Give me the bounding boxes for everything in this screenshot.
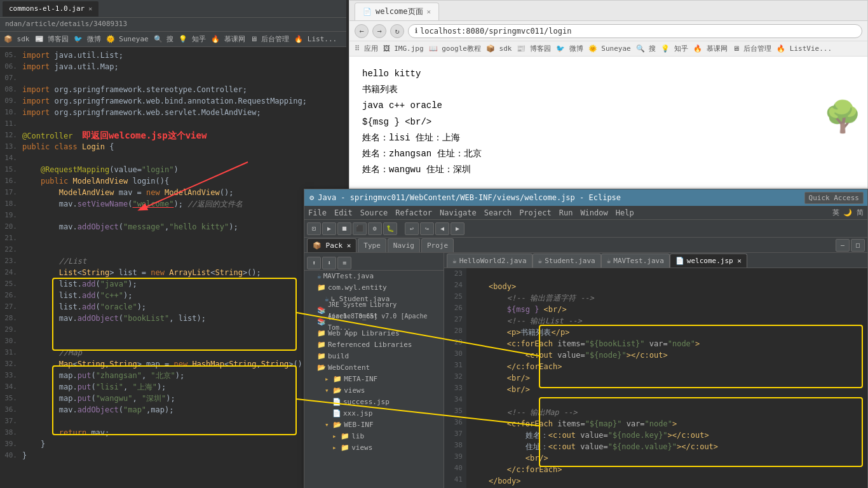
folder-lib-icon: ▸ 📁: [332, 431, 349, 442]
tree-metainf[interactable]: ▸ 📁 META-INF: [304, 374, 444, 385]
menu-edit[interactable]: Edit: [334, 208, 353, 217]
tree-tomcat[interactable]: 📚 Apache Tomcat v7.0 [Apache Tom...: [304, 316, 444, 328]
menu-help[interactable]: Help: [616, 208, 634, 217]
tb-btn-8[interactable]: ↪: [420, 222, 434, 235]
tb-btn-6[interactable]: 🐛: [383, 222, 397, 235]
bm-list[interactable]: 🔥 ListVie...: [776, 44, 832, 53]
code-line-13: 13. public class Login {: [0, 141, 346, 152]
folder-webinf-icon: ▾ 📂: [325, 419, 342, 431]
tree-views[interactable]: ▾ 📂 views: [304, 385, 444, 396]
folder-tomcat-icon: 📚: [317, 316, 326, 328]
bookmark-list[interactable]: 🔥 List...: [294, 35, 337, 43]
bm-weibo[interactable]: 🐦 微博: [556, 44, 583, 53]
bm-search[interactable]: 🔍 搜: [636, 44, 656, 53]
bm-blog[interactable]: 📰 博客园: [517, 44, 551, 53]
tab-close-icon[interactable]: ✕: [88, 5, 92, 12]
bookmark-weibo[interactable]: 🐦 微博: [74, 34, 101, 44]
tb-btn-4[interactable]: ⬛: [353, 222, 367, 235]
bookmark-blog[interactable]: 📰 博客园: [35, 34, 69, 44]
bm-sdk[interactable]: 📦 sdk: [486, 44, 512, 53]
tree-tb-2[interactable]: ⬇: [322, 257, 336, 269]
tb-btn-7[interactable]: ↩: [405, 222, 419, 235]
folder-reflibs-icon: 📁: [317, 339, 326, 351]
address-bar[interactable]: ℹ localhost:8080/springmvc011/login: [408, 24, 862, 38]
bm-google[interactable]: 📖 google教程: [429, 44, 481, 53]
eclipse-title: Java - springmvc011/WebContent/WEB-INF/v…: [318, 193, 621, 202]
menu-run[interactable]: Run: [559, 208, 573, 217]
code-line-18: 18. mav.setViewName("welcome"); //返回的文件名: [0, 198, 346, 210]
jsp-success-icon: 📄: [332, 396, 341, 408]
tab-student[interactable]: ☕ Student.java: [532, 254, 601, 268]
menu-navigate[interactable]: Navigate: [440, 208, 477, 217]
bm-apps[interactable]: ⠿ 应用: [355, 44, 378, 53]
ec-line-30: <c:out value="${node}"></c:out>: [470, 349, 864, 361]
content-javacpp: java c++ oracle: [362, 98, 855, 114]
tree-xxx-jsp[interactable]: 📄 xxx.jsp: [304, 408, 444, 419]
folder-jre-icon: 📚: [317, 305, 326, 316]
bm-admin[interactable]: 🖥 后台管理: [733, 44, 772, 53]
browser-tab-close-icon[interactable]: ✕: [427, 8, 431, 16]
quick-access-input[interactable]: Quick Access: [804, 192, 864, 204]
tree-webinf[interactable]: ▾ 📂 WEB-INF: [304, 419, 444, 431]
content-lisi: 姓名：lisi 住址：上海: [362, 130, 855, 146]
bookmark-suneyae[interactable]: 🌞 Suneyae: [106, 35, 149, 43]
bookmark-mooc[interactable]: 🔥 慕课网: [211, 34, 245, 44]
tb-btn-9[interactable]: ◀: [435, 222, 449, 235]
panel-tab-proje[interactable]: Proje: [421, 238, 454, 252]
tree-success-jsp[interactable]: 📄 success.jsp: [304, 396, 444, 408]
ec-line-40: </c:forEach>: [470, 464, 864, 475]
tree-webcontent[interactable]: 📂 WebContent: [304, 362, 444, 374]
back-button[interactable]: ←: [355, 24, 369, 38]
bm-img[interactable]: 🖼 IMG.jpg: [383, 44, 424, 53]
tab-welcome-jsp[interactable]: 📄 welcome.jsp ✕: [670, 254, 747, 268]
tree-reflibs[interactable]: 📁 Referenced Libraries: [304, 339, 444, 351]
panel-minimize[interactable]: —: [836, 239, 850, 252]
bm-mooc[interactable]: 🔥 慕课网: [693, 44, 728, 53]
forward-button[interactable]: →: [372, 24, 386, 38]
browser-nav-bar: ← → ↻ ℹ localhost:8080/springmvc011/logi…: [349, 21, 867, 41]
menu-search[interactable]: Search: [484, 208, 512, 217]
refresh-button[interactable]: ↻: [390, 24, 404, 38]
tree-mavtest[interactable]: ☕ MAVTest.java: [304, 271, 444, 282]
jsp-xxx-icon: 📄: [332, 408, 341, 419]
tree-lib[interactable]: ▸ 📁 lib: [304, 431, 444, 442]
tb-btn-1[interactable]: ⊡: [307, 222, 321, 235]
panel-maximize[interactable]: □: [851, 239, 865, 252]
url-text: localhost:8080/springmvc011/login: [420, 27, 571, 36]
tree-views2[interactable]: ▸ 📁 views: [304, 442, 444, 454]
panel-tabs-bar: 📦 Pack ✕ Type Navig Proje — □: [304, 238, 867, 253]
tb-btn-5[interactable]: ⚙: [368, 222, 382, 235]
tree-entity[interactable]: 📁 com.wyl.entity: [304, 282, 444, 294]
bookmark-zhihu[interactable]: 💡 知乎: [179, 34, 206, 44]
menu-refactor[interactable]: Refactor: [395, 208, 432, 217]
editor-tab-active[interactable]: commons-el-1.0.jar ✕: [3, 1, 98, 17]
tree-tb-3[interactable]: ≡: [337, 257, 351, 269]
tb-btn-3[interactable]: ⏹: [337, 222, 351, 235]
code-line-20: 20. mav.addObject("message","hello kitty…: [0, 221, 346, 233]
tab-mavtest[interactable]: ☕ MAVTest.java: [601, 254, 670, 268]
ec-line-25: <!-- 输出普通字符 -->: [470, 292, 864, 304]
tree-tb-1[interactable]: ⬆: [307, 257, 321, 269]
bookmark-sdk[interactable]: 📦 sdk: [4, 35, 30, 43]
menu-source[interactable]: Source: [360, 208, 388, 217]
panel-tab-navig[interactable]: Navig: [388, 238, 420, 252]
panel-tab-pack[interactable]: 📦 Pack ✕: [307, 238, 356, 252]
bookmark-admin[interactable]: 🖥 后台管理: [250, 34, 290, 44]
browser-content: hello kitty 书籍列表 java c++ oracle ${msg }…: [349, 57, 867, 187]
tb-btn-2[interactable]: ▶: [322, 222, 336, 235]
tree-build[interactable]: 📁 build: [304, 351, 444, 362]
menu-file[interactable]: File: [308, 208, 327, 217]
bm-zhihu[interactable]: 💡 知乎: [661, 44, 688, 53]
bm-suneyae[interactable]: 🌞 Suneyae: [588, 44, 631, 53]
ec-line-35: <!-- 输出Map -->: [470, 407, 864, 418]
tree-toolbar: ⬆ ⬇ ≡: [304, 255, 444, 271]
menu-project[interactable]: Project: [519, 208, 552, 217]
bookmark-search[interactable]: 🔍 搜: [154, 34, 174, 44]
browser-tab[interactable]: 📄 welcome页面 ✕: [355, 3, 439, 20]
tab-helloworld[interactable]: ☕ HelloWorld2.java: [447, 254, 532, 268]
tb-btn-10[interactable]: ▶: [451, 222, 465, 235]
menu-window[interactable]: Window: [580, 208, 607, 217]
code-line-12: 12. @Controller 即返回welcome.jsp这个view: [0, 130, 346, 141]
panel-tab-type[interactable]: Type: [358, 238, 386, 252]
code-line-31: 31. //Map: [0, 347, 346, 358]
